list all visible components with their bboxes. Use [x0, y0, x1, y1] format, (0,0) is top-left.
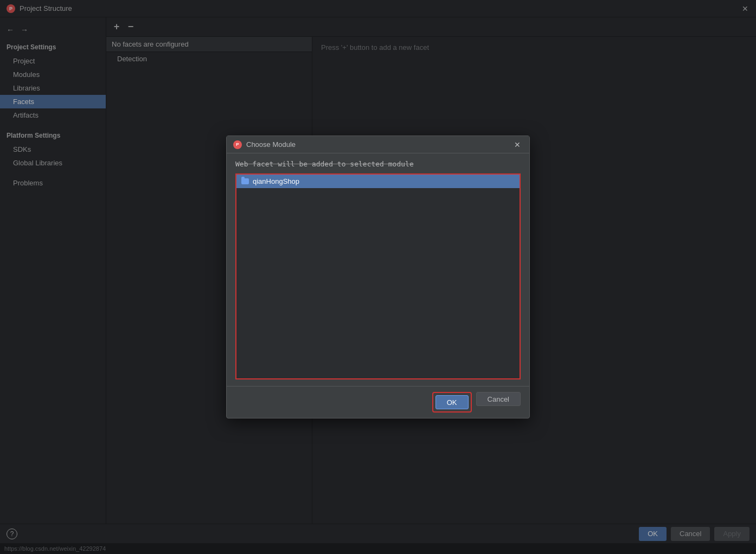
modal-title: Choose Module	[246, 140, 508, 149]
modal-cancel-button[interactable]: Cancel	[476, 392, 521, 406]
module-list[interactable]: qianHongShop	[235, 173, 521, 379]
modal-title-bar: P Choose Module ✕	[227, 136, 529, 153]
modal-subtitle: Web facet will be added to selected modu…	[235, 160, 521, 168]
main-window: P Project Structure ✕ ← → Project Settin…	[0, 0, 756, 554]
ok-button-highlight: OK	[432, 392, 472, 413]
module-item-label: qianHongShop	[253, 177, 299, 185]
modal-close-button[interactable]: ✕	[512, 139, 523, 150]
modal-body: Web facet will be added to selected modu…	[227, 153, 529, 386]
modal-ok-button[interactable]: OK	[435, 395, 469, 409]
modal-overlay: P Choose Module ✕ Web facet will be adde…	[0, 0, 756, 554]
module-item-qianhongshop[interactable]: qianHongShop	[236, 175, 520, 188]
choose-module-dialog: P Choose Module ✕ Web facet will be adde…	[226, 136, 530, 418]
folder-icon	[241, 178, 249, 185]
modal-app-icon: P	[233, 140, 242, 149]
modal-footer: OK Cancel	[227, 386, 529, 418]
